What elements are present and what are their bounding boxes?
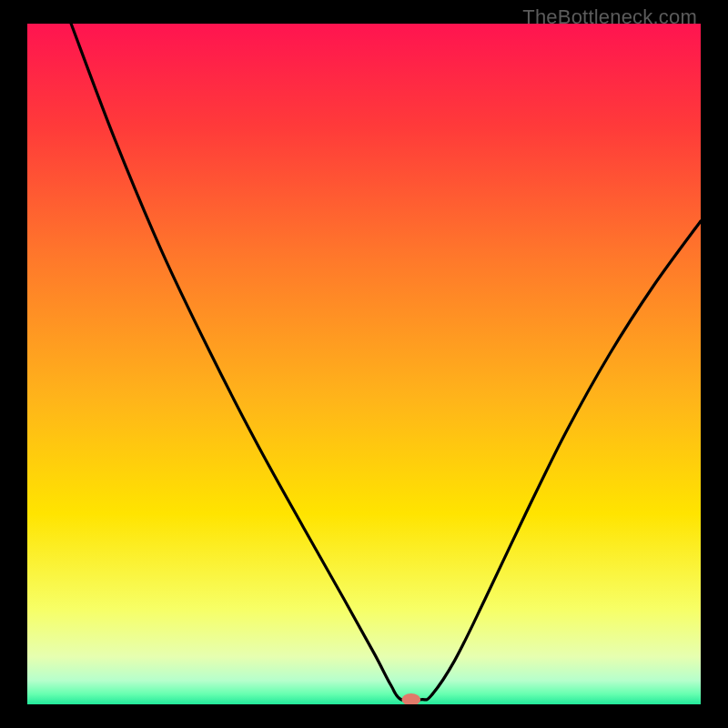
chart-svg	[27, 24, 701, 704]
plot-inner	[27, 24, 701, 704]
gradient-background	[27, 24, 701, 704]
plot-area	[27, 24, 701, 704]
chart-stage: TheBottleneck.com	[0, 0, 728, 728]
